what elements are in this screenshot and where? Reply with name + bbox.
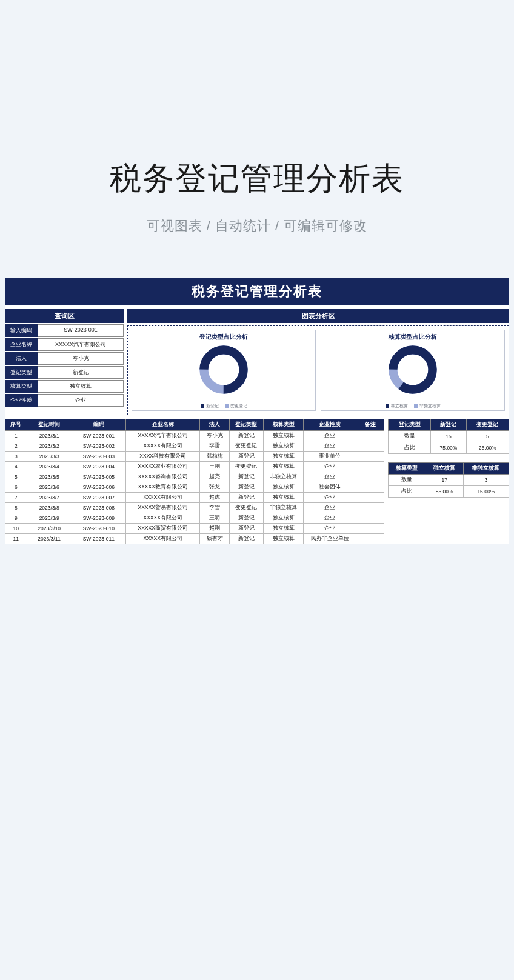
cell: 赵虎 [200,493,229,503]
col-nature: 企业性质 [304,419,356,431]
query-row: 企业名称 XXXXX汽车有限公司 [5,338,124,351]
sheet-title: 税务登记管理分析表 [5,278,509,305]
query-label: 核算类型 [5,380,38,393]
cell: 5 [466,431,509,442]
cell: 75.00% [431,442,466,454]
cell: 新登记 [229,472,263,482]
donut-chart-regtype: 登记类型占比分析 新登记 变更登记 [132,330,316,411]
cell [356,493,384,503]
table-row: 数量 15 5 [389,431,509,442]
query-value: 企业 [38,394,124,407]
col-date: 登记时间 [27,419,72,431]
page-subtitle: 可视图表 / 自动统计 / 可编辑可修改 [0,217,514,235]
chart-section-header: 图表分析区 [127,309,509,323]
table-row: 92023/3/9SW-2023-009XXXXX有限公司王明新登记独立核算企业 [5,513,384,524]
cell: 赵刚 [200,524,229,534]
cell: 3 [463,475,509,486]
cell: 独立核算 [263,524,303,534]
cell: 独立核算 [263,513,303,524]
cell: 新登记 [229,452,263,462]
cell: 王明 [200,513,229,524]
cell: 企业 [304,493,356,503]
cell: 独立核算 [263,534,303,544]
data-table: 序号 登记时间 编码 企业名称 法人 登记类型 核算类型 企业性质 备注 120… [5,419,384,544]
col-header: 核算类型 [389,463,426,475]
cell: 非独立核算 [263,472,303,482]
cell: XXXXX教育有限公司 [125,482,199,493]
table-header-row: 序号 登记时间 编码 企业名称 法人 登记类型 核算类型 企业性质 备注 [5,419,384,431]
cell: 非独立核算 [263,503,303,513]
cell: 2023/3/2 [27,441,72,452]
cell: 王刚 [200,462,229,472]
cell [356,462,384,472]
col-name: 企业名称 [125,419,199,431]
cell: 韩梅梅 [200,452,229,462]
col-header: 独立核算 [426,463,463,475]
cell: 5 [5,472,27,482]
query-value[interactable]: SW-2023-001 [38,324,124,337]
query-row: 登记类型 新登记 [5,366,124,379]
cell: 独立核算 [263,462,303,472]
query-row: 法人 夸小克 [5,352,124,365]
cell: 11 [5,534,27,544]
table-header-row: 登记类型 新登记 变更登记 [389,419,509,431]
cell: 变更登记 [229,503,263,513]
cell: SW-2023-002 [72,441,125,452]
cell [356,482,384,493]
cell: 4 [5,462,27,472]
query-value: 独立核算 [38,380,124,393]
cell: 事业单位 [304,452,356,462]
cell [356,534,384,544]
table-header-row: 核算类型 独立核算 非独立核算 [389,463,509,475]
chart-title: 核算类型占比分析 [389,333,437,341]
col-regtype: 登记类型 [229,419,263,431]
donut-icon [387,344,439,396]
cell: 独立核算 [263,482,303,493]
cell: 民办非企业单位 [304,534,356,544]
table-row: 72023/3/7SW-2023-007XXXXX有限公司赵虎新登记独立核算企业 [5,493,384,503]
chart-legend: 独立核算 非独立核算 [386,403,441,409]
cell: XXXXX商贸有限公司 [125,524,199,534]
cell: 新登记 [229,431,263,441]
cell: 3 [5,452,27,462]
table-row: 102023/3/10SW-2023-010XXXXX商贸有限公司赵刚新登记独立… [5,524,384,534]
cell: 85.00% [426,486,463,498]
cell: SW-2023-001 [72,431,125,441]
cell: 新登记 [229,534,263,544]
cell: 新登记 [229,513,263,524]
cell: 8 [5,503,27,513]
cell: 企业 [304,503,356,513]
cell: 2 [5,441,27,452]
cell: XXXXX贸易有限公司 [125,503,199,513]
cell: 变更登记 [229,441,263,452]
table-row: 32023/3/3SW-2023-003XXXX科技有限公司韩梅梅新登记独立核算… [5,452,384,462]
table-row: 112023/3/11SW-2023-011XXXXX有限公司钱有才新登记独立核… [5,534,384,544]
legend-item: 独立核算 [386,403,408,409]
cell: 数量 [389,431,431,442]
cell: 7 [5,493,27,503]
cell: SW-2023-003 [72,452,125,462]
cell: 2023/3/8 [27,503,72,513]
cell: XXXXX农业有限公司 [125,462,199,472]
cell: 2023/3/1 [27,431,72,441]
query-section-header: 查询区 [5,309,124,323]
col-acct: 核算类型 [263,419,303,431]
cell: 15.00% [463,486,509,498]
cell: 2023/3/9 [27,513,72,524]
summary-table-regtype: 登记类型 新登记 变更登记 数量 15 5 占比 75.00% 25.00% [388,419,509,454]
cell: 25.00% [466,442,509,454]
cell: SW-2023-009 [72,513,125,524]
col-note: 备注 [356,419,384,431]
cell: 17 [426,475,463,486]
chart-title: 登记类型占比分析 [199,333,248,341]
cell: SW-2023-010 [72,524,125,534]
cell: SW-2023-008 [72,503,125,513]
query-row: 企业性质 企业 [5,394,124,407]
cell [356,472,384,482]
cell: 李雷 [200,441,229,452]
cell: 1 [5,431,27,441]
hero: 税务登记管理分析表 可视图表 / 自动统计 / 可编辑可修改 [0,0,514,235]
col-header: 登记类型 [389,419,431,431]
cell: SW-2023-006 [72,482,125,493]
query-value: 新登记 [38,366,124,379]
